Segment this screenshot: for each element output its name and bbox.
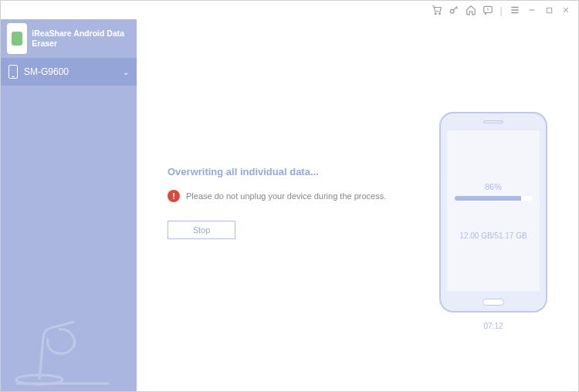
maximize-button[interactable] bbox=[543, 4, 555, 16]
sidebar: iReaShare Android Data Eraser SM-G9600 ⌄ bbox=[1, 19, 137, 391]
status-title: Overwriting all individual data... bbox=[168, 166, 416, 177]
app-window: | iReaShare Android Data Eraser SM-G9600… bbox=[0, 0, 579, 392]
phone-illustration: 86% 12.00 GB/51.17 GB bbox=[439, 112, 547, 313]
phone-screen: 86% 12.00 GB/51.17 GB bbox=[447, 130, 540, 291]
brand-text: iReaShare Android Data Eraser bbox=[32, 29, 130, 48]
device-name: SM-G9600 bbox=[24, 66, 69, 77]
title-bar: | bbox=[1, 1, 578, 19]
storage-text: 12.00 GB/51.17 GB bbox=[459, 231, 527, 240]
svg-point-1 bbox=[438, 13, 440, 15]
svg-point-0 bbox=[435, 13, 436, 15]
svg-point-2 bbox=[450, 9, 454, 13]
phone-home-button bbox=[482, 299, 504, 306]
svg-rect-4 bbox=[547, 8, 551, 12]
stop-button[interactable]: Stop bbox=[168, 221, 235, 239]
phone-speaker bbox=[483, 120, 503, 123]
watermark-icon bbox=[1, 291, 137, 391]
warning-row: ! Please do not unplug your device durin… bbox=[168, 190, 416, 202]
progress-fill bbox=[455, 196, 521, 201]
brand-icon bbox=[7, 23, 27, 54]
status-column: Overwriting all individual data... ! Ple… bbox=[152, 35, 424, 376]
separator: | bbox=[500, 5, 503, 16]
feedback-icon[interactable] bbox=[482, 4, 494, 16]
menu-icon[interactable] bbox=[509, 4, 521, 16]
chevron-down-icon: ⌄ bbox=[123, 68, 129, 76]
phone-icon bbox=[8, 65, 18, 79]
progress-percent: 86% bbox=[485, 182, 502, 191]
progress-bar bbox=[455, 196, 532, 201]
app-body: iReaShare Android Data Eraser SM-G9600 ⌄… bbox=[1, 19, 578, 391]
device-selector[interactable]: SM-G9600 ⌄ bbox=[1, 58, 137, 86]
home-icon[interactable] bbox=[465, 4, 477, 16]
content: Overwriting all individual data... ! Ple… bbox=[152, 35, 563, 376]
minimize-button[interactable] bbox=[526, 4, 538, 16]
warning-text: Please do not unplug your device during … bbox=[186, 191, 386, 201]
device-column: 86% 12.00 GB/51.17 GB 07:12 bbox=[424, 35, 563, 376]
warning-icon: ! bbox=[168, 190, 180, 202]
close-button[interactable] bbox=[560, 4, 572, 16]
key-icon[interactable] bbox=[448, 4, 460, 16]
main-panel: Overwriting all individual data... ! Ple… bbox=[137, 19, 578, 391]
elapsed-time: 07:12 bbox=[483, 322, 503, 330]
cart-icon[interactable] bbox=[431, 4, 443, 16]
brand: iReaShare Android Data Eraser bbox=[1, 19, 137, 58]
